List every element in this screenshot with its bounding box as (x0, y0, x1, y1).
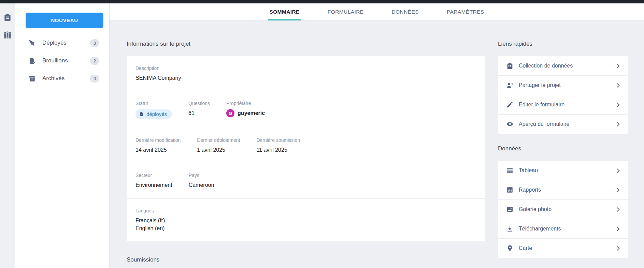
project-summary-column: Informations sur le projet Description S… (127, 21, 485, 268)
eye-icon (506, 120, 514, 128)
sidebar-item-label: Archivés (42, 75, 90, 82)
data-section-title: Données (498, 145, 628, 152)
link-collect-data[interactable]: Collection de données (498, 56, 628, 76)
sector-value: Environnement (135, 181, 172, 189)
link-label: Téléchargements (519, 226, 615, 232)
chevron-right-icon (615, 245, 621, 251)
link-label: Galerie photo (519, 206, 615, 212)
report-icon (506, 186, 514, 194)
link-label: Rapports (519, 187, 615, 193)
tab-form[interactable]: FORMULAIRE (327, 3, 365, 20)
project-info-card: Description SENIMA Company Statut (127, 56, 485, 241)
link-label: Partager le projet (519, 82, 615, 88)
download-icon (506, 225, 514, 233)
link-table[interactable]: Tableau (498, 161, 628, 180)
chevron-right-icon (615, 168, 621, 174)
archive-icon (28, 75, 36, 83)
tab-data[interactable]: DONNÉES (390, 3, 419, 20)
quick-links-card: Collection de données Partager le projet (498, 56, 628, 134)
link-label: Carte (519, 245, 615, 251)
link-label: Tableau (519, 167, 615, 174)
deployed-count-badge: 3 (90, 39, 99, 47)
draft-icon (28, 57, 36, 65)
status-label: Statut (135, 101, 172, 106)
owner-avatar: G (226, 109, 234, 117)
language-value-fr: Français (fr) (135, 217, 165, 224)
link-map[interactable]: Carte (498, 239, 628, 258)
sidebar-item-archived[interactable]: Archivés 0 (15, 70, 109, 87)
last-modified-value: 14 avril 2025 (135, 146, 181, 154)
language-value-en: English (en) (135, 224, 165, 232)
dates-row: Dernière modification 14 avril 2025 Dern… (127, 128, 485, 163)
rocket-icon (28, 39, 36, 47)
archived-count-badge: 0 (90, 75, 99, 83)
tab-bar: SOMMAIRE FORMULAIRE DONNÉES PARAMÈTRES (110, 3, 644, 21)
sidebar-item-drafts[interactable]: Brouillons 2 (15, 52, 109, 70)
last-deployed-label: Dernier déploiement (197, 137, 240, 143)
link-label: Aperçu du formulaire (519, 121, 615, 127)
drafts-count-badge: 2 (90, 57, 99, 65)
submissions-title: Soumissions (127, 256, 485, 263)
last-modified-label: Dernière modification (135, 137, 181, 143)
link-label: Collection de données (519, 63, 615, 69)
status-row: Statut déployés Questi (127, 91, 485, 128)
sidebar-item-deployed[interactable]: Déployés 3 (15, 34, 109, 52)
languages-row: Langues Français (fr) English (en) (127, 199, 485, 241)
sidebar-item-label: Brouillons (42, 57, 90, 64)
languages-label: Langues (135, 208, 165, 213)
chevron-right-icon (615, 226, 621, 232)
project-info-title: Informations sur le projet (127, 41, 485, 47)
sector-label: Secteur (135, 173, 172, 178)
app-window: NOUVEAU Déployés 3 Brouillons 2 (0, 0, 644, 268)
status-badge: déployés (135, 109, 172, 119)
main-area: SOMMAIRE FORMULAIRE DONNÉES PARAMÈTRES I… (110, 3, 644, 268)
sector-country-row: Secteur Environnement Pays Cameroon (127, 163, 485, 198)
forms-icon[interactable] (3, 13, 12, 22)
tab-summary[interactable]: SOMMAIRE (268, 3, 300, 20)
sidebar-item-label: Déployés (42, 40, 90, 46)
last-submission-value: 11 avril 2025 (256, 146, 300, 154)
questions-value: 61 (188, 109, 210, 117)
clipboard-icon (506, 62, 514, 70)
owner-label: Propriétaire (226, 101, 265, 106)
last-submission-label: Dernière soumission (256, 137, 300, 143)
description-label: Description (135, 65, 181, 71)
chevron-right-icon (615, 102, 621, 108)
table-icon (506, 167, 514, 174)
deployed-status-icon (139, 112, 144, 117)
chevron-right-icon (615, 207, 621, 212)
link-downloads[interactable]: Téléchargements (498, 219, 628, 239)
questions-label: Questions (188, 101, 210, 106)
chevron-right-icon (615, 83, 621, 88)
icon-rail (0, 3, 15, 268)
map-pin-icon (506, 244, 514, 252)
description-row: Description SENIMA Company (127, 56, 485, 91)
quick-links-column: Liens rapides Collection de données (498, 21, 628, 268)
last-deployed-value: 1 avril 2025 (197, 146, 240, 154)
link-reports[interactable]: Rapports (498, 180, 628, 200)
quick-links-title: Liens rapides (498, 41, 628, 47)
link-photo-gallery[interactable]: Galerie photo (498, 200, 628, 219)
link-edit-form[interactable]: Éditer le formulaire (498, 95, 628, 115)
country-value: Cameroon (189, 181, 214, 189)
user-plus-icon (506, 81, 514, 89)
link-label: Éditer le formulaire (519, 102, 615, 108)
country-label: Pays (189, 173, 214, 178)
library-icon[interactable] (3, 31, 12, 40)
new-project-button[interactable]: NOUVEAU (26, 13, 103, 28)
pencil-icon (506, 101, 514, 108)
link-share-project[interactable]: Partager le projet (498, 76, 628, 95)
gallery-icon (506, 206, 514, 213)
description-value: SENIMA Company (135, 74, 181, 82)
project-sidebar: NOUVEAU Déployés 3 Brouillons 2 (15, 3, 110, 268)
top-black-bar (0, 0, 644, 3)
chevron-right-icon (615, 187, 621, 193)
status-text: déployés (146, 111, 167, 117)
owner-name: guyemeric (238, 110, 265, 116)
link-preview-form[interactable]: Aperçu du formulaire (498, 115, 628, 134)
data-links-card: Tableau Rapports (498, 161, 628, 258)
chevron-right-icon (615, 63, 621, 69)
chevron-right-icon (615, 121, 621, 127)
tab-settings[interactable]: PARAMÈTRES (446, 3, 485, 20)
